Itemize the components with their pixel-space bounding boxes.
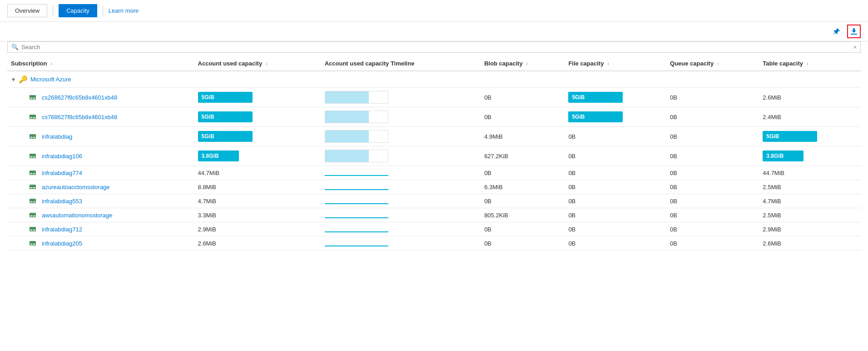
queue-capacity-value: 0B xyxy=(670,184,677,191)
pin-button[interactable] xyxy=(830,25,843,38)
queue-capacity-cell: 0B xyxy=(666,88,759,107)
timeline-cell xyxy=(321,166,481,180)
table-capacity-cell: 2.5MiB xyxy=(759,208,861,222)
table-row: infralabdiag553 4.7MiB 0B 0B 0B 4.7MiB xyxy=(7,194,861,208)
queue-capacity-cell: 0B xyxy=(666,127,759,146)
file-capacity-text: 0B xyxy=(568,198,575,205)
svg-rect-37 xyxy=(30,215,36,215)
sort-icon-queue[interactable]: ↕ xyxy=(717,62,719,66)
queue-capacity-value: 0B xyxy=(670,170,677,176)
download-icon xyxy=(850,28,858,35)
svg-rect-27 xyxy=(30,186,36,187)
timeline-cell xyxy=(321,208,481,222)
file-capacity-text: 0B xyxy=(568,153,575,160)
svg-rect-28 xyxy=(30,187,32,188)
capacity-button[interactable]: Capacity xyxy=(59,4,97,17)
subscription-name[interactable]: infralabdiag xyxy=(29,133,191,140)
clear-search-icon[interactable]: × xyxy=(853,44,857,50)
col-header-timeline: Account used capacity Timeline xyxy=(321,56,481,71)
account-used-capacity-cell: 2.9MiB xyxy=(194,222,321,236)
storage-account-icon xyxy=(29,197,36,205)
file-capacity-cell: 0B xyxy=(565,208,666,222)
account-used-capacity-cell: 4.7MiB xyxy=(194,194,321,208)
subscription-cell: infralabdiag774 xyxy=(7,166,194,180)
blob-capacity-value: 0B xyxy=(484,94,491,101)
subscription-name[interactable]: infralabdiag205 xyxy=(29,240,191,247)
col-header-table-capacity[interactable]: Table capacity ↕ xyxy=(759,56,861,71)
queue-capacity-value: 0B xyxy=(670,114,677,120)
svg-rect-39 xyxy=(33,216,35,216)
svg-rect-29 xyxy=(33,187,35,188)
capacity-text: 8.8MiB xyxy=(198,184,216,191)
svg-rect-32 xyxy=(30,201,36,201)
account-used-capacity-cell: 3.8GiB xyxy=(194,146,321,166)
svg-rect-47 xyxy=(30,243,36,243)
sort-icon-account-used[interactable]: ↕ xyxy=(266,62,268,66)
svg-rect-1 xyxy=(30,96,36,96)
table-capacity-text: 2.5MiB xyxy=(763,212,781,219)
subscription-name[interactable]: cs268627f8c65b8x4601xb48 xyxy=(29,94,191,101)
svg-rect-19 xyxy=(33,156,35,157)
svg-rect-22 xyxy=(30,172,36,173)
blob-capacity-value: 6.3MiB xyxy=(484,184,502,191)
svg-rect-24 xyxy=(33,173,35,174)
account-used-capacity-cell: 5GiB xyxy=(194,127,321,146)
storage-account-icon xyxy=(29,183,36,191)
sort-icon-blob[interactable]: ↕ xyxy=(526,62,528,66)
queue-capacity-cell: 0B xyxy=(666,166,759,180)
timeline-cell xyxy=(321,222,481,236)
capacity-text: 2.6MiB xyxy=(198,240,216,247)
group-name: Microsoft Azure xyxy=(30,76,71,83)
timeline-bar xyxy=(325,150,388,162)
svg-rect-6 xyxy=(30,115,36,116)
queue-capacity-cell: 0B xyxy=(666,107,759,127)
queue-capacity-value: 0B xyxy=(670,240,677,247)
expand-arrow-icon: ▼ xyxy=(11,77,16,82)
queue-capacity-value: 0B xyxy=(670,94,677,101)
subscription-name[interactable]: infralabdiag712 xyxy=(29,226,191,233)
learn-more-link[interactable]: Learn more xyxy=(109,7,139,14)
svg-rect-16 xyxy=(30,155,36,155)
col-header-blob-capacity[interactable]: Blob capacity ↕ xyxy=(481,56,565,71)
capacity-bar-partial: 3.8GiB xyxy=(198,150,239,161)
table-row: infralabdiag712 2.9MiB 0B 0B 0B 2.9MiB xyxy=(7,222,861,236)
subscription-name[interactable]: azureautoacctomsstorage xyxy=(29,183,191,191)
table-header-row: Subscription ↕ Account used capacity ↕ A… xyxy=(7,56,861,71)
top-navigation: Overview Capacity Learn more xyxy=(0,0,868,22)
svg-rect-43 xyxy=(30,230,32,231)
file-capacity-text: 0B xyxy=(568,240,575,247)
search-input[interactable] xyxy=(21,44,853,50)
overview-button[interactable]: Overview xyxy=(7,4,47,17)
col-header-file-capacity[interactable]: File capacity ↕ xyxy=(565,56,666,71)
subscription-name[interactable]: infralabdiag553 xyxy=(29,197,191,205)
account-used-capacity-cell: 2.6MiB xyxy=(194,236,321,251)
group-label[interactable]: ▼ 🔑 Microsoft Azure xyxy=(11,75,857,84)
col-header-subscription[interactable]: Subscription ↕ xyxy=(7,56,194,71)
capacity-bar-full: 5GiB xyxy=(198,111,253,122)
timeline-line xyxy=(325,203,388,204)
storage-account-icon xyxy=(29,240,36,247)
subscription-name[interactable]: cs768627f8c65b8x4601xb48 xyxy=(29,113,191,120)
col-header-queue-capacity[interactable]: Queue capacity ↕ xyxy=(666,56,759,71)
timeline-cell xyxy=(321,194,481,208)
blob-capacity-cell: 627.2KiB xyxy=(481,146,565,166)
timeline-line xyxy=(325,217,388,218)
subscription-cell: cs268627f8c65b8x4601xb48 xyxy=(7,88,194,107)
sort-icon-table[interactable]: ↕ xyxy=(807,62,809,66)
group-row-microsoft-azure[interactable]: ▼ 🔑 Microsoft Azure xyxy=(7,71,861,88)
timeline-line xyxy=(325,231,388,232)
subscription-name[interactable]: infralabdiag106 xyxy=(29,152,191,160)
key-icon: 🔑 xyxy=(19,75,28,84)
subscription-name[interactable]: awsautomationomsstorage xyxy=(29,211,191,219)
svg-rect-34 xyxy=(33,201,35,202)
svg-rect-31 xyxy=(30,200,36,200)
table-container: Subscription ↕ Account used capacity ↕ A… xyxy=(0,56,868,251)
col-header-account-used-capacity[interactable]: Account used capacity ↕ xyxy=(194,56,321,71)
svg-rect-26 xyxy=(30,186,36,186)
capacity-text: 2.9MiB xyxy=(198,226,216,233)
blob-capacity-cell: 0B xyxy=(481,194,565,208)
sort-icon-subscription[interactable]: ↕ xyxy=(50,62,53,66)
download-button[interactable] xyxy=(847,25,861,38)
sort-icon-file[interactable]: ↕ xyxy=(607,62,610,66)
subscription-name[interactable]: infralabdiag774 xyxy=(29,169,191,176)
